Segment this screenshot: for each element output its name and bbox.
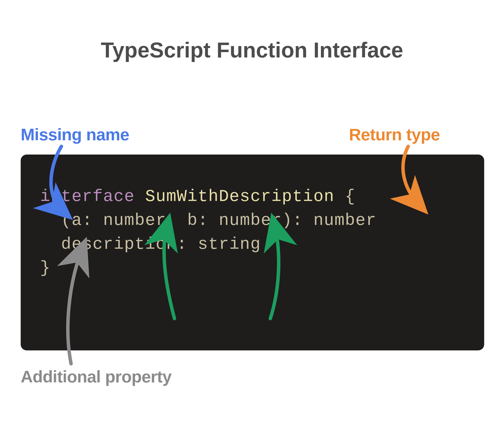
arrow-additional-property [0,0,504,421]
diagram-root: TypeScript Function Interface Missing na… [0,0,504,421]
